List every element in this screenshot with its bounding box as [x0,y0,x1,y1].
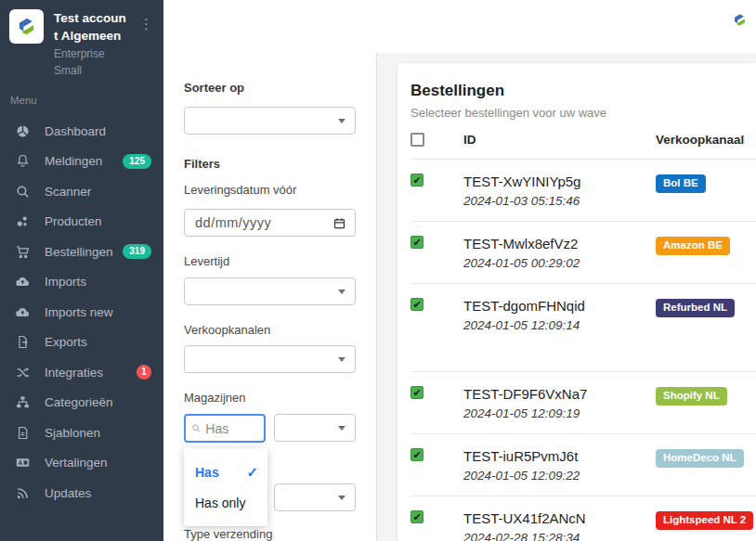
order-date: 2024-01-05 12:09:19 [463,406,656,420]
row-checkbox-checked[interactable]: ✔ [411,448,424,461]
row-checkbox-checked[interactable]: ✔ [411,236,424,249]
warehouse-search-input[interactable] [205,421,258,436]
sidebar-item-categorieen[interactable]: Categorieën [0,388,163,419]
sidebar-nav: Dashboard Meldingen 125 Scanner Product [0,116,163,509]
main-area: Bestellingen Selecteer bestellingen voor… [377,53,756,541]
sidebar-item-imports[interactable]: Imports [0,267,163,298]
sidebar-item-label: Categorieën [45,395,113,409]
chevron-down-icon [338,496,345,500]
search-icon [191,422,201,434]
menu-option-has[interactable]: Has ✓ [184,457,267,487]
app-logo [9,9,44,44]
delivery-date-input[interactable]: dd/mm/yyyy [184,209,356,237]
sidebar-item-bestellingen[interactable]: Bestellingen 319 [0,237,163,267]
channel-badge: Lightspeed NL 2 [656,511,753,530]
sidebar-item-scanner[interactable]: Scanner [0,176,163,207]
translate-icon: A [14,455,31,471]
order-date: 2024-01-05 12:09:22 [463,469,656,483]
warehouse-select[interactable] [274,414,356,442]
channel-badge: Shopify NL [656,387,727,406]
order-id: TEST-UX41f2ANcN [463,510,656,526]
order-id: TEST-XwYINIYp5g [463,174,656,189]
order-id: TEST-iuR5PvmJ6t [463,448,656,464]
sidebar-item-imports-new[interactable]: Imports new [0,297,163,328]
account-plan: Enterprise Small [54,45,126,79]
order-id: TEST-Mwlx8efVz2 [463,236,656,251]
row-checkbox-checked[interactable]: ✔ [411,174,424,187]
shuffle-icon [14,364,31,380]
warehouses-label: Magazijnen [184,391,356,405]
bell-icon [14,153,31,170]
row-checkbox-checked[interactable]: ✔ [411,298,424,311]
account-header[interactable]: Test accoun t Algemeen Enterprise Small … [0,0,163,79]
sidebar-item-meldingen[interactable]: Meldingen 125 [0,147,163,177]
order-row[interactable]: ✔ TEST-UX41f2ANcN 2024-02-28 15:28:34 Li… [411,496,756,541]
row-checkbox-checked[interactable]: ✔ [411,510,424,523]
sidebar-item-label: Scanner [45,185,91,199]
column-header-channel: Verkoopkanaal [656,133,756,147]
sidebar-item-label: Updates [45,486,91,500]
checkbox-check-icon: ✔ [412,174,421,186]
warehouse-search-box[interactable] [184,414,266,443]
checkbox-check-icon: ✔ [412,449,421,460]
sidebar-item-vertalingen[interactable]: A Vertalingen [0,448,163,479]
checkbox-check-icon: ✔ [412,299,421,310]
chevron-down-icon [338,119,345,123]
order-date: 2024-01-05 00:29:02 [463,256,656,270]
sidebar-item-exports[interactable]: Exports [0,328,163,358]
menu-option-has-only[interactable]: Has only [184,487,267,518]
order-row[interactable]: ✔ TEST-iuR5PvmJ6t 2024-01-05 12:09:22 Ho… [411,434,756,496]
sidebar-item-updates[interactable]: Updates [0,478,163,509]
secondary-select[interactable] [274,483,356,511]
order-row[interactable]: ✔ TEST-XwYINIYp5g 2024-01-03 05:15:46 Bo… [411,160,756,222]
kebab-menu-icon[interactable]: ⋮ [139,17,153,32]
sales-channels-select[interactable] [184,345,356,373]
notifications-count-badge: 125 [123,154,151,169]
channel-badge: Bol BE [656,174,706,193]
menu-section-label: Menu [0,79,163,106]
chevron-down-icon [338,290,345,294]
sales-channels-label: Verkoopkanalen [184,323,356,337]
delivery-time-label: Levertijd [184,254,356,268]
channel-badge: HomeDeco NL [656,449,744,468]
channel-badge: Refurbed NL [656,299,735,317]
sidebar-item-label: Bestellingen [45,245,113,259]
sidebar-item-sjablonen[interactable]: Sjablonen [0,418,163,448]
delivery-time-select[interactable] [184,277,356,305]
dashboard-icon [14,122,31,139]
order-id: TEST-DF9F6VxNa7 [463,386,656,402]
order-row[interactable]: ✔ TEST-DF9F6VxNa7 2024-01-05 12:09:19 Sh… [411,372,756,434]
order-row[interactable]: ✔ TEST-dgomFHNqid 2024-01-05 12:09:14 Re… [411,284,756,372]
delivery-date-label: Leveringsdatum vóór [184,183,356,197]
sidebar-item-label: Sjablonen [45,426,100,440]
sidebar-item-label: Integraties [45,366,103,380]
filter-panel: Sorteer op Filters Leveringsdatum vóór d… [163,53,377,541]
page-body: Sorteer op Filters Leveringsdatum vóór d… [163,53,756,541]
row-checkbox-checked[interactable]: ✔ [411,386,424,399]
account-text: Test accoun t Algemeen Enterprise Small [54,9,126,79]
calendar-icon[interactable] [332,216,346,230]
warehouses-filter-row [184,414,356,443]
chevron-down-icon [338,357,345,362]
sidebar-item-dashboard[interactable]: Dashboard [0,116,163,147]
sidebar-item-label: Imports new [45,305,113,319]
sidebar-item-producten[interactable]: Producten [0,207,163,238]
date-placeholder: dd/mm/yyyy [195,215,332,230]
chevron-down-icon [338,426,345,431]
select-all-checkbox[interactable] [411,133,424,147]
order-row[interactable]: ✔ TEST-Mwlx8efVz2 2024-01-05 00:29:02 Am… [411,222,756,284]
orders-title: Bestellingen [411,82,756,100]
app-window: Test accoun t Algemeen Enterprise Small … [0,0,756,541]
order-id: TEST-dgomFHNqid [463,298,656,314]
shipping-type-label: Type verzending [184,527,356,541]
sort-select[interactable] [184,107,356,135]
filters-heading: Filters [184,157,356,171]
sitemap-icon [14,394,31,411]
sidebar-item-integraties[interactable]: Integraties 1 [0,357,163,388]
orders-table-header: ID Verkoopkanaal [411,133,756,160]
products-icon [14,213,31,230]
check-icon: ✓ [246,464,258,481]
orders-count-badge: 319 [123,244,151,259]
document-icon [14,424,31,441]
cloud-upload-icon [14,303,31,320]
